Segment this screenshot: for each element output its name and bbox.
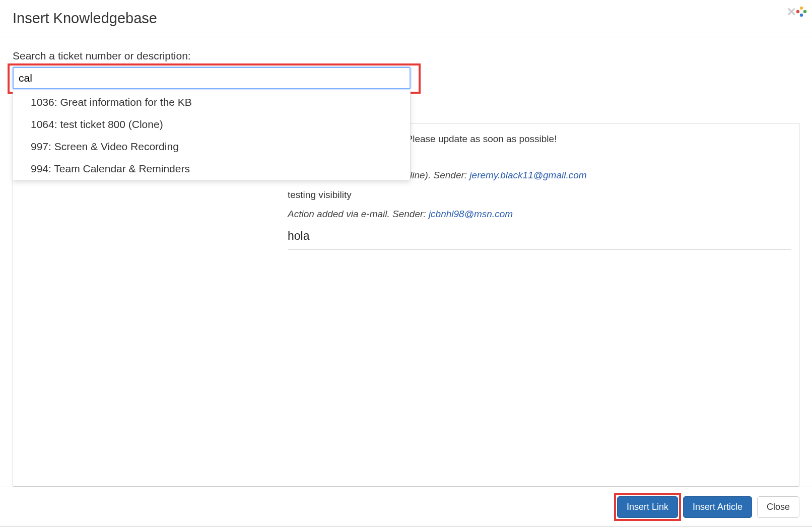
modal-footer: Insert Link Insert Article Close xyxy=(0,487,812,527)
svg-point-0 xyxy=(800,7,803,10)
action-added-line: Action added via e-mail. Sender: jcbnhl9… xyxy=(288,206,791,222)
svg-point-1 xyxy=(803,10,806,13)
insert-knowledgebase-modal: Insert Knowledgebase × Search a ticket n… xyxy=(0,0,812,527)
hola-text: hola xyxy=(288,226,791,249)
app-logo-icon xyxy=(795,5,808,18)
modal-title: Insert Knowledgebase xyxy=(13,10,157,27)
autocomplete-item[interactable]: 1064: test ticket 800 (Clone) xyxy=(13,113,410,136)
search-input[interactable] xyxy=(13,67,411,89)
search-label: Search a ticket number or description: xyxy=(13,50,799,62)
autocomplete-item[interactable]: 1036: Great information for the KB xyxy=(13,91,410,113)
modal-header: Insert Knowledgebase × xyxy=(0,0,812,37)
action-added-prefix: Action added via e-mail. Sender: xyxy=(288,209,429,219)
search-wrapper: 1036: Great information for the KB 1064:… xyxy=(13,67,421,89)
close-area: × xyxy=(787,4,808,19)
autocomplete-item[interactable]: 994: Team Calendar & Reminders xyxy=(13,158,410,180)
close-button[interactable]: Close xyxy=(757,496,799,518)
insert-link-highlight-wrap: Insert Link xyxy=(617,496,678,518)
svg-point-2 xyxy=(800,14,803,17)
modal-body: Search a ticket number or description: 1… xyxy=(0,37,812,487)
autocomplete-item[interactable]: 997: Screen & Video Recording xyxy=(13,136,410,158)
svg-point-3 xyxy=(796,10,799,13)
insert-link-button[interactable]: Insert Link xyxy=(617,496,678,518)
action-email-link[interactable]: jcbnhl98@msn.com xyxy=(429,209,513,219)
sender-email-link[interactable]: jeremy.black11@gmail.com xyxy=(469,170,586,180)
insert-article-button[interactable]: Insert Article xyxy=(683,496,752,518)
autocomplete-dropdown: 1036: Great information for the KB 1064:… xyxy=(13,91,411,180)
visibility-text: testing visibility xyxy=(288,187,791,203)
